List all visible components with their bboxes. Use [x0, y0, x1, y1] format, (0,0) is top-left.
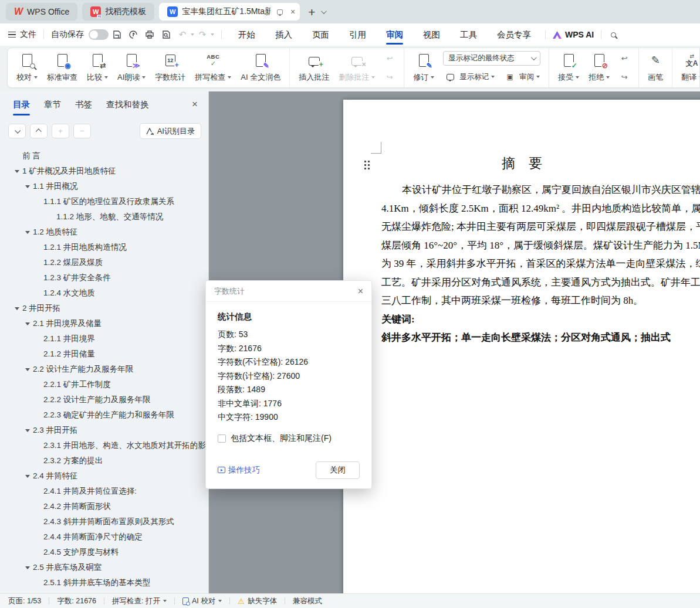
toc-item[interactable]: 2.3 井田开拓 [0, 423, 208, 438]
ink-pen-button[interactable]: ✎画笔 [644, 52, 667, 84]
tab-list-chevron-icon[interactable] [321, 8, 327, 14]
toc-collapse-arrow-icon[interactable] [25, 566, 30, 569]
toc-item[interactable]: 2.4.2 井筒断面形状 [0, 499, 208, 514]
delete-comment-button[interactable]: ×删除批注 [334, 52, 379, 84]
dialog-close-icon[interactable]: × [358, 286, 363, 297]
track-changes-button[interactable]: ✎修订 [409, 52, 438, 84]
undo-caret-icon[interactable] [191, 33, 194, 36]
translate-button[interactable]: 文A翻译 [677, 52, 700, 84]
toc-item[interactable]: 1.2.4 水文地质 [0, 286, 208, 301]
toc-collapse-up-button[interactable] [30, 124, 48, 138]
paragraph-drag-handle-icon[interactable] [364, 161, 370, 169]
review-pane-button[interactable]: ▣审阅 [503, 69, 540, 84]
toc-item[interactable]: 1.2 地质特征 [0, 225, 208, 240]
toc-collapse-arrow-icon[interactable] [25, 368, 30, 371]
menu-tab-review[interactable]: 审阅 [385, 24, 404, 46]
toc-collapse-arrow-icon[interactable] [25, 185, 30, 188]
output-icon[interactable] [126, 28, 141, 42]
sidebar-tab-chapters[interactable]: 章节 [44, 99, 61, 110]
menu-tab-tools[interactable]: 工具 [459, 24, 478, 46]
ai-proofread[interactable]: AI 校对 [182, 596, 222, 606]
standard-review-button[interactable]: ◉标准审查 [43, 52, 82, 84]
toc-plus-button[interactable]: + [52, 124, 69, 138]
search-icon[interactable] [611, 32, 616, 38]
menu-tab-member[interactable]: 会员专享 [496, 24, 532, 46]
menu-tab-reference[interactable]: 引用 [348, 24, 367, 46]
page-indicator[interactable]: 页面: 1/53 [8, 596, 41, 606]
toc-collapse-arrow-icon[interactable] [15, 307, 19, 310]
print-icon[interactable] [142, 28, 157, 42]
word-count[interactable]: 字数: 21676 [57, 596, 96, 606]
compatibility-mode[interactable]: 兼容模式 [293, 596, 322, 606]
sidebar-tab-toc[interactable]: 目录 [13, 99, 30, 110]
sidebar-tab-find-replace[interactable]: 查找和替换 [106, 99, 149, 110]
ai-recognize-toc-button[interactable]: AI识别目录 [140, 123, 201, 139]
window-tab[interactable]: W宝丰集团红五矿1.5Mta新井通× [159, 3, 300, 21]
toc-item[interactable]: 2.5.2 井底车场形式的选择 [0, 590, 208, 593]
toc-item[interactable]: 2.3.2 方案的提出 [0, 453, 208, 468]
missing-font-warning[interactable]: ⚠缺失字体 [238, 596, 277, 606]
toc-collapse-arrow-icon[interactable] [25, 231, 30, 234]
redo-icon[interactable]: ↷ [195, 28, 210, 42]
toc-collapse-arrow-icon[interactable] [25, 429, 30, 432]
print-preview-icon[interactable] [158, 28, 174, 42]
toc-item[interactable]: 1.2.2 煤层及煤质 [0, 255, 208, 270]
toc-expand-down-button[interactable] [8, 124, 26, 138]
toc-item[interactable]: 2.4.5 支护厚度与材料 [0, 545, 208, 560]
menu-tab-view[interactable]: 视图 [422, 24, 441, 46]
toc-item[interactable]: 1 矿井概况及井田地质特征 [0, 164, 208, 179]
previous-revision-button[interactable]: ↩ [617, 51, 631, 66]
save-icon[interactable] [109, 28, 124, 42]
toc-item[interactable]: 2.5.1 斜井井底车场的基本类型 [0, 575, 208, 590]
toc-minus-button[interactable]: − [73, 124, 91, 138]
document-page[interactable]: 摘 要 本设计矿井位于红墩子勘察区，属宁夏回族自治区银川市兴庆区管辖。井4.1K… [343, 100, 700, 593]
window-tab[interactable]: WAI找稻壳模板 [82, 3, 154, 21]
compare-button[interactable]: ⇄比较 [83, 52, 112, 84]
toc-item[interactable]: 2.4.4 井筒断面净尺寸的确定 [0, 529, 208, 545]
toc-item[interactable]: 1.2.1 井田地质构造情况 [0, 240, 208, 255]
redo-caret-icon[interactable] [211, 33, 214, 36]
toc-item[interactable]: 1.2.3 矿井安全条件 [0, 270, 208, 286]
wps-ai-button[interactable]: WPS AI [553, 30, 594, 39]
spell-check-button[interactable]: ABC✓拼写检查 [191, 52, 235, 84]
menu-tab-page[interactable]: 页面 [311, 24, 330, 46]
toc-item[interactable]: 2.4 井筒特征 [0, 468, 208, 484]
toc-item[interactable]: 2.1.2 井田储量 [0, 347, 208, 362]
screen-cast-icon[interactable] [277, 9, 283, 15]
include-textbox-checkbox[interactable] [218, 434, 226, 443]
toc-collapse-arrow-icon[interactable] [25, 475, 30, 478]
show-markup-button[interactable]: 显示标记 [443, 69, 495, 84]
ai-polish-button[interactable]: ✎AI 全文润色 [236, 52, 285, 84]
tab-close-icon[interactable]: × [290, 7, 295, 16]
toc-item[interactable]: 2 井田开拓 [0, 301, 208, 316]
previous-comment-button[interactable]: ↩ [383, 51, 397, 66]
toc-item[interactable]: 2.3.1 井田地形、构造、水文地质对其开拓的影... [0, 438, 208, 453]
next-comment-button[interactable]: ↪ [383, 70, 397, 85]
word-count-button[interactable]: 12+字数统计 [151, 52, 190, 84]
tips-link[interactable]: 操作技巧 [218, 465, 260, 475]
insert-comment-button[interactable]: +插入批注 [295, 52, 333, 84]
toc-item[interactable]: 2.4.1 井筒及井筒位置选择: [0, 484, 208, 499]
menu-tab-insert[interactable]: 插入 [274, 24, 293, 46]
reject-revision-button[interactable]: ⊘拒绝 [584, 52, 614, 84]
toc-item[interactable]: 前 言 [0, 148, 208, 164]
toc-item[interactable]: 2.4.3 斜井井筒断面布置原则及其形式 [0, 514, 208, 529]
toc-item[interactable]: 2.5 井底车场及硐室 [0, 560, 208, 575]
close-dialog-button[interactable]: 关闭 [316, 461, 360, 479]
sidebar-close-icon[interactable]: × [192, 98, 198, 110]
main-menu-icon[interactable] [8, 32, 16, 38]
toc-item[interactable]: 2.2.1 矿井工作制度 [0, 377, 208, 392]
toc-item[interactable]: 2.2.3 确定矿井的生产能力和服务年限 [0, 407, 208, 423]
markup-state-dropdown[interactable]: 显示标记的最终状态 [443, 51, 540, 66]
file-menu-button[interactable]: 文件 [20, 29, 36, 40]
ai-read-aloud-button[interactable]: ≫AI朗读 [113, 52, 150, 84]
proofread-button[interactable]: 校对 [12, 52, 42, 84]
toc-item[interactable]: 2.2.2 设计生产能力及服务年限 [0, 392, 208, 407]
undo-icon[interactable]: ↶ [175, 28, 190, 42]
window-tab[interactable]: WWPS Office [6, 3, 77, 21]
toc-item[interactable]: 2.2 设计生产能力及服务年限 [0, 362, 208, 377]
autosave-toggle[interactable] [89, 29, 109, 40]
toc-item[interactable]: 1.1.2 地形、地貌、交通等情况 [0, 209, 208, 225]
toc-item[interactable]: 2.1.1 井田境界 [0, 331, 208, 347]
accept-revision-button[interactable]: ✓接受 [554, 52, 583, 84]
